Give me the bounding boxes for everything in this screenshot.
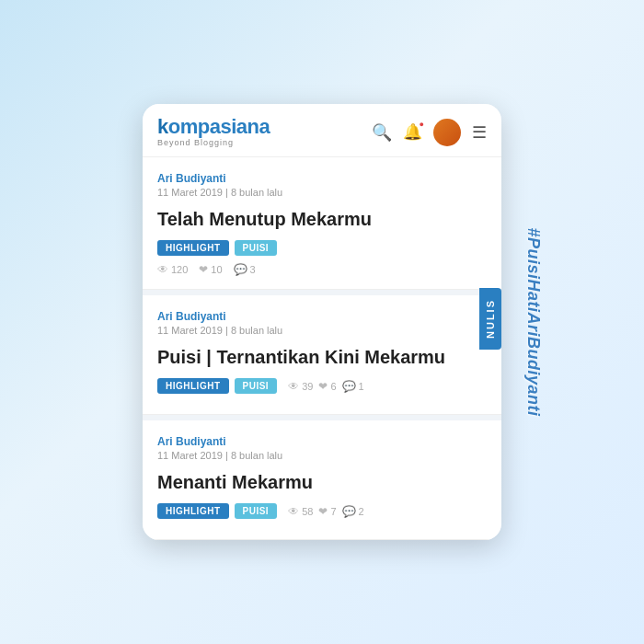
stat-views: 👁 58 (288, 505, 313, 518)
article-date: 11 Maret 2019 | 8 bulan lalu (157, 325, 487, 336)
tag-highlight[interactable]: HIGHLIGHT (157, 378, 229, 394)
logo-text: kompasiana (157, 117, 270, 137)
heart-icon: ❤ (199, 263, 208, 276)
stat-comments: 💬 2 (342, 505, 364, 518)
article-author[interactable]: Ari Budiyanti (157, 310, 487, 323)
article-title[interactable]: Menanti Mekarmu (157, 470, 487, 494)
article-card: Ari Budiyanti 11 Maret 2019 | 8 bulan la… (143, 157, 501, 290)
article-card: Ari Budiyanti 11 Maret 2019 | 8 bulan la… (143, 420, 501, 540)
likes-count: 10 (211, 264, 222, 275)
article-stats: 👁 120 ❤ 10 💬 3 (157, 263, 487, 276)
articles-list: Ari Budiyanti 11 Maret 2019 | 8 bulan la… (143, 157, 501, 540)
article-author[interactable]: Ari Budiyanti (157, 435, 487, 448)
search-icon[interactable]: 🔍 (372, 122, 392, 143)
comment-icon: 💬 (342, 505, 356, 518)
tag-highlight[interactable]: HIGHLIGHT (157, 503, 229, 519)
tag-puisi[interactable]: PUISI (235, 378, 278, 394)
likes-count: 7 (330, 506, 336, 517)
eye-icon: 👁 (157, 263, 168, 276)
likes-count: 6 (330, 381, 336, 392)
tag-puisi[interactable]: PUISI (235, 503, 278, 519)
comments-count: 2 (359, 506, 364, 517)
menu-icon[interactable]: ☰ (472, 122, 487, 143)
comment-icon: 💬 (234, 263, 247, 276)
tag-puisi[interactable]: PUISI (235, 240, 278, 256)
comments-count: 1 (359, 381, 364, 392)
stat-comments: 💬 3 (234, 263, 256, 276)
app-header: kompasiana Beyond Blogging 🔍 🔔 ● ☰ (143, 104, 501, 157)
article-author[interactable]: Ari Budiyanti (157, 172, 487, 185)
avatar[interactable] (433, 119, 461, 146)
comments-count: 3 (250, 264, 256, 275)
article-tags: HIGHLIGHT PUISI 👁 39 ❤ 6 💬 1 (157, 378, 487, 394)
stat-likes: ❤ 10 (199, 263, 222, 276)
views-count: 58 (302, 506, 313, 517)
article-date: 11 Maret 2019 | 8 bulan lalu (157, 187, 487, 198)
views-count: 39 (302, 381, 313, 392)
stat-views: 👁 39 (288, 380, 313, 393)
phone-container: kompasiana Beyond Blogging 🔍 🔔 ● ☰ NULIS… (143, 104, 501, 540)
stat-likes: ❤ 6 (318, 380, 336, 393)
logo-subtitle: Beyond Blogging (157, 138, 270, 147)
stat-likes: ❤ 7 (318, 505, 336, 518)
article-tags: HIGHLIGHT PUISI (157, 240, 487, 256)
views-count: 120 (171, 264, 188, 275)
logo[interactable]: kompasiana Beyond Blogging (157, 117, 270, 147)
eye-icon: 👁 (288, 505, 299, 518)
tag-highlight[interactable]: HIGHLIGHT (157, 240, 229, 256)
comment-icon: 💬 (342, 380, 356, 393)
article-title[interactable]: Puisi | Ternantikan Kini Mekarmu (157, 345, 487, 369)
nulis-tab[interactable]: NULIS (479, 288, 501, 350)
eye-icon: 👁 (288, 380, 299, 393)
stat-comments: 💬 1 (342, 380, 364, 393)
header-icons: 🔍 🔔 ● ☰ (372, 119, 487, 146)
article-title[interactable]: Telah Menutup Mekarmu (157, 207, 487, 231)
heart-icon: ❤ (318, 505, 328, 518)
article-date: 11 Maret 2019 | 8 bulan lalu (157, 450, 487, 461)
right-side-label: #PuisiHatiAriBudiyanti (523, 227, 543, 416)
bell-icon[interactable]: 🔔 ● (403, 122, 422, 142)
stat-views: 👁 120 (157, 263, 188, 276)
article-card: Ari Budiyanti 11 Maret 2019 | 8 bulan la… (143, 295, 501, 415)
article-tags: HIGHLIGHT PUISI 👁 58 ❤ 7 💬 2 (157, 503, 487, 519)
heart-icon: ❤ (318, 380, 328, 393)
